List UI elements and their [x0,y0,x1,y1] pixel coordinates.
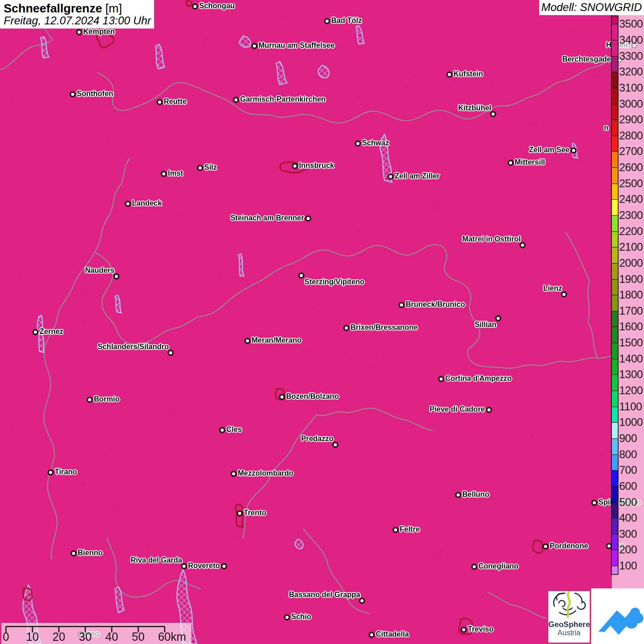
city-dot [447,72,453,78]
colorbar-value-2200: 2200 [619,226,643,237]
city-label: Meran/Merano [252,336,301,345]
colorbar-segment [612,295,618,311]
city-dot [388,174,394,180]
city-label: Silz [204,163,217,172]
scalebar-label-10: 10 [26,631,39,643]
city-dot [461,627,467,633]
colorbar-segment [612,470,618,487]
city-dot [543,544,549,550]
city-dot [279,394,285,400]
colorbar-segment [612,215,618,232]
colorbar-segment [612,502,618,519]
city-label: Schwaz [362,139,389,147]
city-dot [157,99,163,105]
city-label: Tirano [55,468,77,476]
colorbar-value-700: 700 [619,465,637,476]
city-dot [252,43,258,49]
colorbar-value-1900: 1900 [619,274,643,285]
map-datetime: Freitag, 12.07.2024 13:00 Uhr [4,15,154,27]
city-label: Rovereto [188,562,220,570]
city-dot [508,160,514,166]
colorbar-segment [612,263,618,280]
city-dot [192,4,198,10]
colorbar-segment [612,104,618,121]
city-label: Sonthofen [77,90,113,98]
colorbar-value-2400: 2400 [619,194,643,205]
city-dot [219,427,225,433]
city-label: Bormio [94,395,120,403]
city-dot [399,302,405,308]
colorbar-segment [612,374,618,391]
colorbar-value-800: 800 [619,449,637,460]
colorbar-value-500: 500 [619,497,637,508]
city-label: Bozen/Bolzano [286,392,339,401]
city-dot [161,171,167,177]
colorbar-segment [612,486,618,503]
colorbar-segment [612,184,618,200]
colorbar-value-2300: 2300 [619,210,643,221]
city-label: Schlanders/Silandro [98,343,169,351]
colorbar-value-1700: 1700 [619,305,643,316]
colorbar-segment [612,566,618,574]
city-label: Treviso [468,625,494,633]
city-label: Brixen/Bressanone [351,323,418,332]
city-label: Imst [168,169,183,178]
colorbar-segment [612,327,618,343]
scalebar-label-30: 30 [79,631,92,643]
colorbar-segment [612,391,618,407]
city-dot [486,407,492,413]
city-dot [125,201,131,207]
geosphere-wordmark: GeoSphere [548,621,590,629]
colorbar-value-3500: 3500 [619,18,643,29]
model-label: Modell: SNOWGRID [539,0,644,15]
mountain-cloud-icon [591,588,644,644]
city-label: Sillian [475,321,496,329]
colorbar-value-3100: 3100 [619,82,643,93]
city-dot [344,325,350,331]
colorbar-segment [612,16,618,24]
city-label: Pordenone [550,542,588,550]
city-label: Garmisch-Partenkirchen [240,95,326,104]
city-label: n [604,124,609,132]
city-label: Cortina d'Ampezzo [445,374,512,383]
city-dot [284,615,290,621]
city-dot [221,564,227,569]
city-dot [393,527,399,533]
city-label: Steinach am Brenner [230,214,304,222]
colorbar-segment [612,151,618,168]
city-dot [237,511,243,517]
colorbar-value-2700: 2700 [619,146,643,157]
colorbar-segment [612,534,618,551]
map-title-text: Schneefallgrenze [4,1,102,15]
city-label: Conegliano [478,562,518,570]
city-label: Kitzbühel [458,104,491,112]
city-label: Berchtesgaden [562,55,615,63]
city-label: Predazzo [301,435,334,443]
city-label: Riva del Garda [131,556,182,564]
colorbar-value-2000: 2000 [619,258,643,269]
city-dot [438,376,444,382]
city-label: Zernez [40,328,63,336]
colorbar-segment [612,454,618,471]
colorbar-segment [612,72,618,88]
colorbar-value-600: 600 [619,481,637,492]
city-label: Lienz [543,284,562,293]
geosphere-contours-icon [551,591,587,618]
city-dot [70,92,76,98]
colorbar-segment [612,120,618,136]
city-label: Mezzolombardo [238,469,293,477]
colorbar-value-1600: 1600 [619,321,643,332]
colorbar [612,16,618,574]
city-dot [76,29,82,35]
colorbar-segment [612,40,618,57]
geosphere-country: Austria [548,629,590,637]
city-label: Bassano del Grappa [289,591,360,599]
colorbar-value-2600: 2600 [619,162,643,173]
city-label: Innsbruck [299,161,334,170]
colorbar-value-3300: 3300 [619,51,643,62]
colorbar-value-2500: 2500 [619,178,643,189]
colorbar-value-1800: 1800 [619,289,643,300]
city-label: Landeck [132,199,162,207]
colorbar-segment [612,247,618,264]
map-title-unit: [m] [105,1,122,15]
